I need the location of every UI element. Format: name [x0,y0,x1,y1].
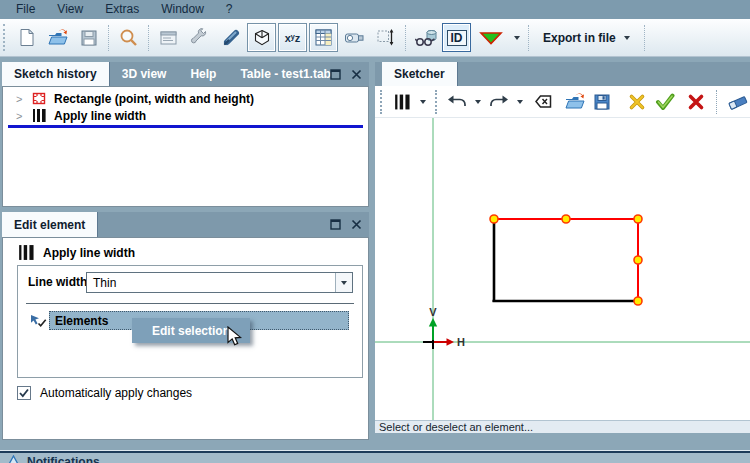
export-dropdown-arrow [624,36,630,40]
line-width-dropdown-arrow[interactable] [420,100,426,104]
handle-point[interactable] [634,256,642,264]
handle-point[interactable] [634,297,642,305]
tab-label: Sketcher [394,67,445,81]
zoom-button[interactable] [114,23,143,52]
handle-point[interactable] [490,215,498,223]
menu-help[interactable]: ? [215,1,244,18]
tab-edit-element[interactable]: Edit element [2,212,98,237]
tree-item-rectangle[interactable]: > Rectangle (point, width and height) [3,90,368,107]
maximize-icon[interactable] [330,69,341,80]
sketch-history-panel: Sketch history 3D view Help Table - test… [2,62,369,207]
edit-element-header: Apply line width [18,245,135,260]
handle-point[interactable] [634,215,642,223]
maximize-icon[interactable] [330,219,341,230]
line-width-label: Line width: [28,275,91,289]
search-references-button[interactable] [411,23,440,52]
save-button[interactable] [589,88,615,116]
tab-3d-view[interactable]: 3D view [110,62,179,86]
sketcher-status-bar: Select or deselect an element... [375,420,750,433]
export-file-button[interactable]: Export in file [533,26,640,50]
green-check-icon [655,93,675,110]
toolbar-drag-handle[interactable] [435,90,437,114]
handle-point[interactable] [562,215,570,223]
tree-item-label: Rectangle (point, width and height) [54,92,254,106]
open-button[interactable] [561,88,587,116]
divider [26,303,354,304]
close-icon[interactable] [351,69,362,80]
toolbar-drag-handle[interactable] [380,90,382,114]
sketch-canvas[interactable]: V H [375,118,750,420]
table-view-button[interactable] [309,23,338,52]
table-grid-icon [314,28,333,47]
redo-button[interactable] [486,88,512,116]
close-icon[interactable] [351,219,362,230]
rectangle-tool-icon [32,92,46,105]
toolbar-drag-handle[interactable] [3,24,7,51]
menu-window[interactable]: Window [150,1,215,18]
cancel-button[interactable] [624,88,650,116]
toolbar-separator [405,25,406,51]
tree-item-apply-line-width[interactable]: > Apply line width [3,107,368,124]
xyz-icon: xʸz [285,32,301,44]
edit-element-tab-bar: Edit element [2,212,369,237]
edit-element-title: Apply line width [43,246,135,260]
triangle-dropdown-arrow[interactable] [514,36,520,40]
tab-table-test1[interactable]: Table - test1.tab [228,62,342,86]
menu-view[interactable]: View [46,1,94,18]
yellow-x-icon [628,93,646,111]
undo-button[interactable] [444,88,470,116]
auto-apply-label: Automatically apply changes [40,386,192,400]
tab-label: Edit element [14,218,85,232]
undo-dropdown-arrow[interactable] [475,100,481,104]
delete-button[interactable] [683,88,709,116]
v-axis-arrowhead [429,318,437,327]
new-document-icon [17,28,36,47]
eraser-button[interactable] [724,88,750,116]
measure-dimension-icon [376,28,395,47]
status-text: Select or deselect an element... [379,421,533,433]
new-file-button[interactable] [12,23,41,52]
save-floppy-icon [80,29,98,47]
camera-view-button[interactable] [340,23,369,52]
open-file-button[interactable] [43,23,72,52]
menu-file[interactable]: File [5,1,46,18]
line-width-combobox[interactable]: Thin [86,272,353,293]
settings-wrench-button[interactable] [185,23,214,52]
select-check-icon [30,313,47,328]
glasses-database-icon [415,28,437,48]
line-width-tool-button[interactable] [389,88,415,116]
id-toggle-button[interactable]: ID [442,23,471,52]
backspace-button[interactable] [528,88,554,116]
view-cube-button[interactable] [247,23,276,52]
screw-tool-button[interactable] [216,23,245,52]
mouse-cursor-icon [226,326,243,348]
save-file-button[interactable] [74,23,103,52]
tree-item-label: Apply line width [54,109,146,123]
apply-button[interactable] [652,88,678,116]
checkbox-checked-icon[interactable] [17,386,31,400]
axes-xyz-button[interactable]: xʸz [278,23,307,52]
green-triangle-icon [479,30,503,46]
menu-bar: File View Extras Window ? [0,0,750,19]
history-tree: > Rectangle (point, width and height) > … [2,86,369,207]
properties-window-button[interactable] [154,23,183,52]
selection-insert-line [8,125,363,128]
menu-extras[interactable]: Extras [94,1,150,18]
line-width-icon [32,109,46,122]
expander-icon[interactable]: > [16,110,24,122]
h-axis-arrowhead [447,338,455,346]
h-axis-label: H [457,336,465,348]
tab-sketcher[interactable]: Sketcher [382,62,458,86]
history-tab-bar: Sketch history 3D view Help Table - test… [2,62,369,86]
undo-arrow-icon [447,94,467,110]
tab-help[interactable]: Help [178,62,228,86]
notifications-label: Notifications [27,455,100,463]
redo-dropdown-arrow[interactable] [517,100,523,104]
screw-bolt-icon [221,28,241,48]
tab-sketch-history[interactable]: Sketch history [2,62,110,86]
expander-icon[interactable]: > [16,93,24,105]
apply-triangle-button[interactable] [473,23,509,52]
dimension-button[interactable] [371,23,400,52]
combobox-dropdown-button[interactable] [335,273,352,292]
notifications-bar[interactable]: Notifications [0,453,750,463]
